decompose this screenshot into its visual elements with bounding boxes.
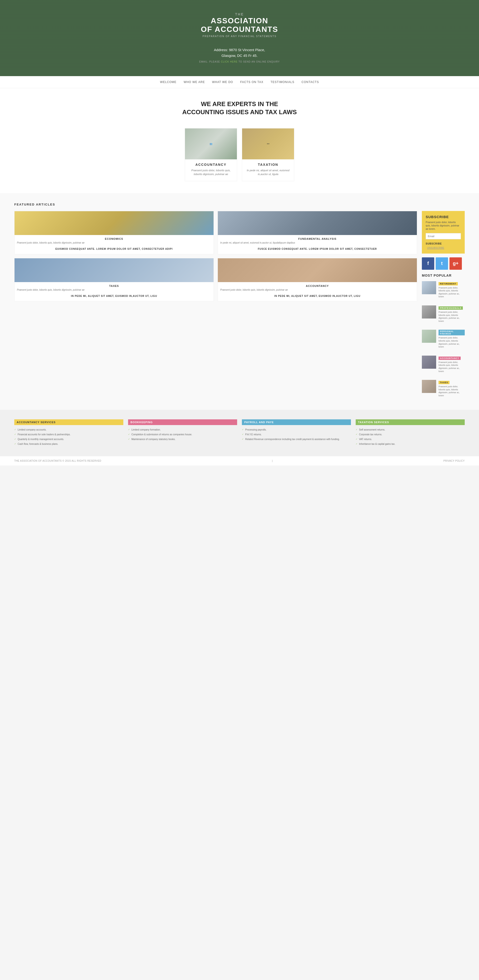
services-row: 👥 ACCOUNTANCY Praesent justo dolor, lobo…: [144, 124, 335, 193]
popular-img-retirement: [422, 281, 436, 294]
article-desc-accountancy2: Praesent justo dolor, lobortis quis, lob…: [218, 288, 417, 294]
list-item: P.A.Y.E returns.: [242, 432, 351, 437]
list-item: Completion & submission of returns as co…: [128, 432, 237, 437]
article-img-taxes: [14, 258, 214, 282]
popular-item-accountancy-popular: ACCOUNTANCY Praesent justo dolor, lobort…: [422, 356, 465, 373]
featured-section: FEATURED ARTICLES ECONOMICS Praesent jus…: [0, 193, 479, 410]
popular-img-personal-finance: [422, 330, 436, 343]
subscribe-button[interactable]: SUBSCRIBE: [426, 242, 442, 245]
footer-col-title-bookkeeping: BOOKKEEPING: [128, 419, 237, 425]
list-item: Financial accounts for sole traders & pa…: [14, 432, 123, 437]
popular-img-professionals: [422, 305, 436, 318]
popular-img-taxes-popular: [422, 380, 436, 393]
popular-desc-accountancy-popular: Praesent justo dolor, lobortis quis, lob…: [439, 361, 465, 373]
popular-tag-personal-finance: PERSONAL FINANCE: [439, 330, 465, 336]
article-card-economics: ECONOMICS Praesent justo dolor, lobortis…: [14, 211, 214, 254]
footer-copyright: THE ASSOCIATION OF ACCOUNTANTS © 2015 AL…: [14, 460, 101, 462]
popular-item-retirement: RETIREMENT Praesent justo dolor, loborti…: [422, 281, 465, 298]
service-label-accountancy: ACCOUNTANCY: [185, 159, 237, 169]
service-desc-accountancy: Praesent justo dolor, lobortis quis, lob…: [185, 169, 237, 181]
footer-list-accountancy: Limited company accounts. Financial acco…: [14, 428, 123, 447]
service-card-taxation: 🕶️ TAXATION In pede mi, aliquet sit amet…: [242, 128, 294, 181]
list-item: Quarterly & monthly management accounts.: [14, 437, 123, 442]
list-item: VAT returns.: [356, 437, 465, 442]
twitter-button[interactable]: t: [436, 258, 448, 270]
subscribe-title: SUBSCRIBE: [426, 215, 461, 219]
footer-list-payroll: Processing payrolls. P.A.Y.E returns. Re…: [242, 428, 351, 442]
list-item: Processing payrolls.: [242, 428, 351, 432]
service-img-accountancy: 👥: [185, 129, 237, 159]
list-item: Inheritance tax & capital gains tax.: [356, 442, 465, 447]
facebook-button[interactable]: f: [422, 258, 434, 270]
nav-contacts[interactable]: CONTACTS: [302, 80, 319, 84]
popular-desc-personal-finance: Praesent justo dolor, lobortis quis, lob…: [439, 336, 465, 348]
hero-email-link[interactable]: CLICK HERE: [221, 60, 238, 63]
article-img-economics: [14, 211, 214, 235]
footer-bottom: THE ASSOCIATION OF ACCOUNTANTS © 2015 AL…: [0, 456, 479, 466]
article-img-accountancy2: [218, 258, 417, 282]
popular-item-taxes-popular: TAXES Praesent justo dolor, lobortis qui…: [422, 380, 465, 397]
popular-tag-professionals: PROFESSIONALS: [439, 306, 463, 310]
popular-item-personal-finance: PERSONAL FINANCE Praesent justo dolor, l…: [422, 330, 465, 348]
popular-tag-retirement: RETIREMENT: [439, 282, 458, 285]
footer-divider: |: [272, 460, 273, 462]
nav-testimonials[interactable]: TESTIMONIALS: [271, 80, 294, 84]
footer-col-title-taxation: TAXATION SERVICES: [356, 419, 465, 425]
sidebar: SUBSCRIBE Praesent justo dolor, lobortis…: [422, 211, 465, 401]
hero-section: THE ASSOCIATION OF ACCOUNTANTS PREPARATI…: [0, 0, 479, 76]
articles-grid: ECONOMICS Praesent justo dolor, lobortis…: [14, 211, 417, 301]
footer-col-title-payroll: PAYROLL AND PAYE: [242, 419, 351, 425]
featured-header: FEATURED ARTICLES: [14, 203, 465, 206]
hero-address: Address: 9870 St Vincent Place, Glasgow,…: [199, 47, 280, 64]
article-cta-economics[interactable]: EUISMOD CONSEQUAT ANTE. LOREM IPSUM DOLO…: [14, 247, 214, 254]
article-img-fundamental: [218, 211, 417, 235]
article-desc-taxes: Praesent justo dolor, lobortis quis, lob…: [14, 288, 214, 294]
popular-item-professionals: PROFESSIONALS Praesent justo dolor, lobo…: [422, 305, 465, 323]
hero-subtitle: PREPARATION OF ANY FINANCIAL STATEMENTS: [203, 35, 277, 38]
list-item: Corporate tax returns.: [356, 432, 465, 437]
experts-section: WE ARE EXPERTS IN THE ACCOUNTING ISSUES …: [156, 88, 323, 124]
article-cta-accountancy2[interactable]: IN PEDE MI, ALIQUET SIT AMET, EUISMOD IN…: [218, 294, 417, 301]
experts-title: WE ARE EXPERTS IN THE ACCOUNTING ISSUES …: [161, 100, 318, 116]
nav-what-we-do[interactable]: WHAT WE DO: [212, 80, 233, 84]
social-row: f t g+: [422, 258, 465, 270]
article-title-taxes: TAXES: [14, 282, 214, 288]
nav-facts-on-tax[interactable]: FACTS ON TAX: [240, 80, 263, 84]
most-popular-title: MOST POPULAR: [422, 274, 465, 277]
unsubscribe-link[interactable]: UNSUBSCRIBE: [427, 247, 444, 249]
list-item: Cash flow, forecasts & business plans.: [14, 442, 123, 447]
list-item: Related Revenue correspondence including…: [242, 437, 351, 442]
list-item: Self assessment returns.: [356, 428, 465, 432]
popular-tag-taxes-popular: TAXES: [439, 381, 449, 384]
list-item: Limited company formation.: [128, 428, 237, 432]
nav-welcome[interactable]: WELCOME: [160, 80, 176, 84]
subscribe-desc: Praesent justo dolor, lobortis quis, lob…: [426, 221, 461, 231]
main-nav: WELCOME WHO WE ARE WHAT WE DO FACTS ON T…: [0, 76, 479, 88]
hero-title: ASSOCIATION OF ACCOUNTANTS: [201, 17, 278, 33]
article-cta-fundamental[interactable]: FUSCE EUISMOD CONSEQUAT ANTE. LOREM IPSU…: [218, 247, 417, 254]
nav-who-we-are[interactable]: WHO WE ARE: [184, 80, 205, 84]
hero-email: EMAIL: PLEASE CLICK HERE TO SEND AN ONLI…: [199, 60, 280, 64]
article-desc-economics: Praesent justo dolor, lobortis quis, lob…: [14, 241, 214, 247]
footer-list-bookkeeping: Limited company formation. Completion & …: [128, 428, 237, 442]
footer-privacy-link[interactable]: PRIVACY POLICY: [444, 460, 465, 462]
article-title-fundamental: FUNDAMENTAL ANALYSIS: [218, 235, 417, 241]
main-content: WE ARE EXPERTS IN THE ACCOUNTING ISSUES …: [0, 88, 479, 410]
service-card-accountancy: 👥 ACCOUNTANCY Praesent justo dolor, lobo…: [185, 128, 237, 181]
article-title-accountancy2: ACCOUNTANCY: [218, 282, 417, 288]
footer-col-accountancy: ACCOUNTANCY SERVICES Limited company acc…: [14, 419, 123, 447]
googleplus-button[interactable]: g+: [449, 258, 462, 270]
featured-layout: ECONOMICS Praesent justo dolor, lobortis…: [14, 211, 465, 401]
footer-columns: ACCOUNTANCY SERVICES Limited company acc…: [14, 419, 465, 447]
subscribe-actions: SUBSCRIBE UNSUBSCRIBE: [426, 241, 461, 250]
article-card-fundamental: FUNDAMENTAL ANALYSIS In pede mi, aliquet…: [217, 211, 417, 254]
service-desc-taxation: In pede mi, aliquet sit amet, euismod in…: [242, 169, 294, 181]
footer-col-title-accountancy: ACCOUNTANCY SERVICES: [14, 419, 123, 425]
popular-img-accountancy-popular: [422, 356, 436, 369]
popular-desc-professionals: Praesent justo dolor, lobortis quis, lob…: [439, 311, 465, 323]
article-card-accountancy2: ACCOUNTANCY Praesent justo dolor, lobort…: [217, 258, 417, 301]
article-cta-taxes[interactable]: IN PEDE MI, ALIQUET SIT AMET, EUISMOD IN…: [14, 294, 214, 301]
subscribe-box: SUBSCRIBE Praesent justo dolor, lobortis…: [422, 211, 465, 254]
footer-top: ACCOUNTANCY SERVICES Limited company acc…: [0, 410, 479, 456]
subscribe-email-input[interactable]: [426, 233, 461, 239]
